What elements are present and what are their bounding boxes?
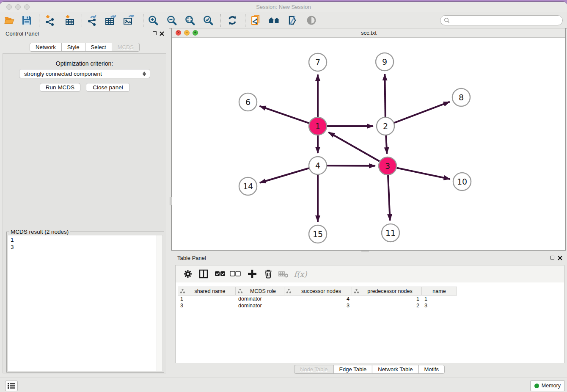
float-panel-icon[interactable] — [153, 31, 157, 35]
tab-network-table[interactable]: Network Table — [372, 365, 418, 374]
delete-column-icon[interactable] — [262, 268, 275, 280]
node-2[interactable]: 2 — [377, 117, 394, 135]
edge-3-11[interactable] — [388, 175, 390, 221]
network-frame-titlebar[interactable]: ✕ − + scc.txt — [172, 28, 565, 38]
svg-text:7: 7 — [315, 58, 320, 67]
hide-labels-icon[interactable] — [286, 14, 299, 26]
result-scrollbar[interactable] — [157, 235, 162, 371]
criterion-select[interactable]: strongly connected component — [19, 69, 150, 78]
edge-2-8[interactable] — [394, 102, 450, 123]
run-mcds-button[interactable]: Run MCDS — [40, 83, 80, 92]
node-9[interactable]: 9 — [376, 53, 394, 71]
tab-node-table[interactable]: Node Table — [294, 365, 334, 374]
edge-3-1[interactable] — [328, 132, 380, 161]
column-header-mcds-role[interactable]: MCDS role — [236, 287, 284, 295]
edge-2-9[interactable] — [385, 74, 385, 117]
mcds-result-title: MCDS result (2 nodes) — [9, 229, 70, 235]
control-panel-tabbar: NetworkStyleSelectMCDS — [30, 43, 140, 52]
search-input[interactable] — [450, 17, 557, 24]
table-panel: Table Panel — [172, 252, 567, 376]
close-panel-button[interactable]: Close panel — [86, 83, 130, 92]
tab-select[interactable]: Select — [85, 43, 112, 52]
node-14[interactable]: 14 — [239, 177, 257, 195]
column-header-name[interactable]: name — [422, 287, 457, 295]
column-layout-icon[interactable] — [197, 268, 210, 280]
apply-function-icon[interactable]: f(x) — [292, 268, 308, 280]
svg-text:4: 4 — [315, 161, 320, 170]
toolbar-separator — [39, 14, 39, 27]
delete-table-icon[interactable] — [277, 268, 290, 280]
node-11[interactable]: 11 — [382, 224, 399, 242]
fx-label: f(x) — [294, 270, 307, 279]
close-panel-icon[interactable] — [160, 31, 164, 36]
edge-2-3[interactable] — [386, 135, 387, 154]
first-neighbors-icon[interactable] — [268, 14, 281, 26]
column-header-successor-nodes[interactable]: successor nodes — [284, 287, 352, 295]
refresh-icon[interactable] — [226, 14, 239, 26]
tab-edge-table[interactable]: Edge Table — [333, 365, 372, 374]
column-header-predecessor-nodes[interactable]: predecessor nodes — [352, 287, 422, 295]
table-settings-icon[interactable] — [182, 268, 194, 280]
node-8[interactable]: 8 — [452, 88, 470, 106]
node-6[interactable]: 6 — [239, 93, 257, 111]
cell-predecessor-nodes: 1 — [352, 295, 422, 302]
deselect-all-columns-icon[interactable] — [229, 268, 242, 280]
zoom-in-icon[interactable] — [147, 14, 160, 26]
zoom-selected-icon[interactable] — [202, 14, 215, 26]
svg-text:2: 2 — [383, 121, 388, 131]
tree-column-icon — [354, 289, 359, 293]
node-1[interactable]: 1 — [309, 117, 327, 135]
cell-successor-nodes: 4 — [284, 295, 352, 302]
node-4[interactable]: 4 — [309, 157, 327, 174]
export-table-icon[interactable] — [105, 14, 117, 26]
criterion-value: strongly connected component — [24, 71, 102, 77]
task-list-icon — [8, 383, 15, 389]
tab-mcds[interactable]: MCDS — [112, 43, 140, 52]
cell-shared-name: 1 — [178, 295, 236, 302]
edge-4-3[interactable] — [327, 166, 375, 166]
svg-text:10: 10 — [457, 177, 467, 186]
export-network-icon[interactable] — [86, 14, 99, 26]
new-network-from-selection-icon[interactable] — [250, 14, 262, 26]
table-toolbar: f(x) — [176, 265, 564, 282]
table-row[interactable]: 1dominator411 — [178, 295, 457, 302]
open-session-icon[interactable] — [3, 14, 16, 26]
zoom-out-icon[interactable] — [165, 14, 178, 26]
tree-column-icon — [180, 289, 185, 293]
tab-network[interactable]: Network — [30, 43, 62, 52]
node-3[interactable]: 3 — [379, 157, 396, 175]
search-field[interactable] — [440, 15, 563, 25]
close-panel-icon[interactable] — [558, 256, 562, 260]
chevron-updown-icon — [143, 71, 146, 77]
network-canvas-svg[interactable]: 7968124314101511 — [172, 38, 565, 250]
svg-text:11: 11 — [385, 228, 396, 237]
cell-shared-name: 3 — [178, 302, 236, 309]
zoom-fit-icon[interactable] — [184, 14, 196, 26]
edge-3-10[interactable] — [397, 168, 450, 179]
table-panel-titlebar: Table Panel — [172, 252, 567, 263]
save-session-icon[interactable] — [20, 14, 33, 26]
control-panel-title: Control Panel — [6, 30, 39, 37]
import-table-icon[interactable] — [63, 14, 76, 26]
column-header-shared-name[interactable]: shared name — [178, 287, 236, 295]
edge-4-14[interactable] — [260, 168, 309, 182]
node-10[interactable]: 10 — [453, 173, 471, 190]
node-15[interactable]: 15 — [309, 225, 327, 243]
tab-style[interactable]: Style — [61, 43, 85, 52]
edge-1-6[interactable] — [259, 106, 309, 123]
node-7[interactable]: 7 — [309, 53, 327, 71]
memory-button[interactable]: Memory — [530, 380, 565, 391]
tab-motifs[interactable]: Motifs — [418, 365, 445, 374]
graphics-details-icon[interactable] — [305, 14, 318, 26]
control-panel-titlebar: Control Panel — [0, 28, 169, 39]
export-image-icon[interactable] — [123, 14, 135, 26]
add-column-icon[interactable] — [246, 268, 259, 280]
task-history-button[interactable] — [5, 381, 18, 391]
select-all-columns-icon[interactable] — [214, 268, 226, 280]
status-bar: Memory — [0, 378, 567, 392]
import-network-icon[interactable] — [44, 14, 56, 26]
mcds-result-group: MCDS result (2 nodes) 1 3 — [6, 232, 164, 373]
mcds-result-textarea[interactable]: 1 3 — [8, 235, 163, 371]
float-panel-icon[interactable] — [550, 256, 554, 259]
table-row[interactable]: 3dominator323 — [178, 302, 457, 309]
